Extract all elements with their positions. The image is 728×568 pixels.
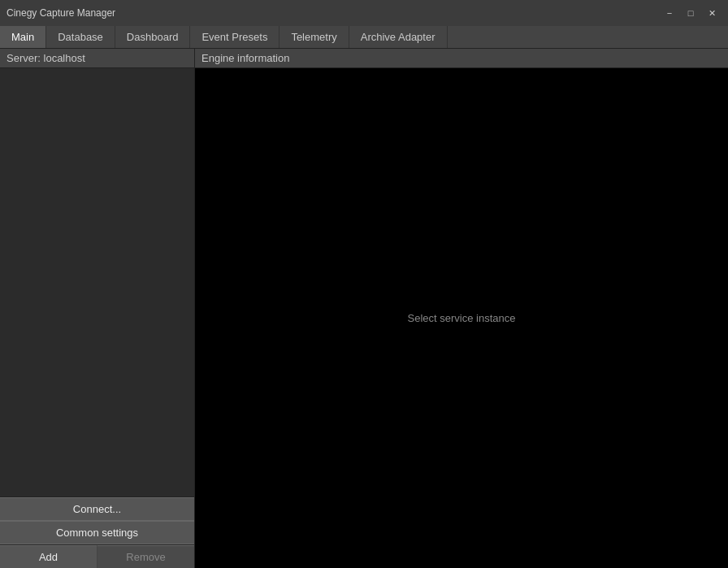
main-content: Server: localhost Connect... Common sett… [0,49,728,568]
title-bar: Cinegy Capture Manager − □ ✕ [0,0,728,26]
engine-placeholder: Select service instance [408,312,516,324]
server-list[interactable] [0,68,194,496]
tab-archive-adapter[interactable]: Archive Adapter [349,26,448,48]
minimize-button[interactable]: − [660,6,679,20]
tab-event-presets[interactable]: Event Presets [190,26,280,48]
close-button[interactable]: ✕ [702,6,722,20]
connect-button[interactable]: Connect... [0,497,194,521]
remove-button[interactable]: Remove [98,545,194,568]
tab-database[interactable]: Database [46,26,115,48]
left-buttons: Connect... Common settings Add Remove [0,496,194,568]
tab-dashboard[interactable]: Dashboard [115,26,191,48]
add-button[interactable]: Add [0,545,98,568]
add-remove-row: Add Remove [0,544,194,568]
window-controls: − □ ✕ [660,6,722,20]
common-settings-button[interactable]: Common settings [0,521,194,544]
tab-main[interactable]: Main [0,26,46,48]
maximize-button[interactable]: □ [681,6,700,20]
right-panel: Engine information Select service instan… [195,49,728,568]
server-header: Server: localhost [0,49,194,68]
left-panel: Server: localhost Connect... Common sett… [0,49,195,568]
tab-bar: Main Database Dashboard Event Presets Te… [0,26,728,49]
engine-content: Select service instance [195,68,728,568]
window-title: Cinegy Capture Manager [6,7,115,19]
tab-telemetry[interactable]: Telemetry [280,26,349,48]
engine-header: Engine information [195,49,728,68]
